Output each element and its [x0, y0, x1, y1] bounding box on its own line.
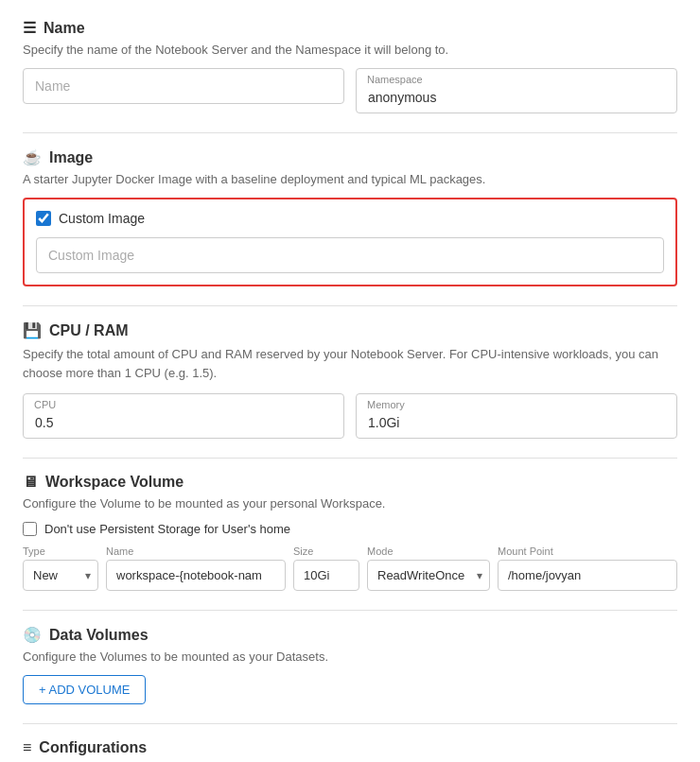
cpu-field-group: CPU	[23, 393, 344, 439]
ws-type-select-wrapper: New Existing	[23, 560, 98, 591]
ws-mode-select-wrapper: ReadWriteOnce ReadWriteMany ReadOnlyMany	[367, 560, 490, 591]
ws-mount-field: Mount Point	[498, 546, 677, 591]
name-section-desc: Specify the name of the Notebook Server …	[23, 43, 677, 57]
ws-type-select[interactable]: New Existing	[23, 560, 98, 591]
image-section-desc: A starter Jupyter Docker Image with a ba…	[23, 172, 677, 186]
workspace-icon: 🖥	[23, 474, 38, 491]
memory-input[interactable]	[356, 393, 677, 439]
name-input[interactable]	[23, 68, 344, 104]
ws-mode-field: Mode ReadWriteOnce ReadWriteMany ReadOnl…	[367, 546, 490, 591]
ws-name-label: Name	[106, 546, 286, 557]
divider-1	[23, 132, 677, 133]
workspace-volume-section: 🖥 Workspace Volume Configure the Volume …	[23, 474, 677, 591]
dont-use-storage-row: Don't use Persistent Storage for User's …	[23, 522, 677, 536]
custom-image-box: Custom Image	[23, 198, 677, 286]
add-volume-label: + ADD VOLUME	[39, 683, 130, 697]
namespace-input[interactable]	[356, 68, 677, 113]
ws-mode-select[interactable]: ReadWriteOnce ReadWriteMany ReadOnlyMany	[367, 560, 490, 591]
workspace-section-desc: Configure the Volume to be mounted as yo…	[23, 496, 677, 511]
custom-image-checkbox[interactable]	[36, 211, 51, 226]
data-volumes-icon: 💿	[23, 626, 42, 644]
workspace-section-title: 🖥 Workspace Volume	[23, 474, 677, 491]
configurations-title: ≡ Configurations	[23, 739, 677, 756]
cpu-ram-section: 💾 CPU / RAM Specify the total amount of …	[23, 321, 677, 439]
image-icon: ☕	[23, 148, 42, 166]
configurations-icon: ≡	[23, 739, 31, 756]
dont-use-storage-label[interactable]: Don't use Persistent Storage for User's …	[44, 522, 290, 536]
cpu-input[interactable]	[23, 393, 344, 439]
ws-type-label: Type	[23, 546, 98, 557]
ws-type-field: Type New Existing	[23, 546, 98, 591]
ws-name-input[interactable]	[106, 560, 286, 591]
configurations-section: ≡ Configurations	[23, 739, 677, 756]
image-section-title: ☕ Image	[23, 148, 677, 166]
ws-size-field: Size	[293, 546, 359, 591]
name-row: Namespace	[23, 68, 677, 113]
namespace-field-group: Namespace	[356, 68, 677, 113]
divider-5	[23, 723, 677, 724]
cpu-ram-row: CPU Memory	[23, 393, 677, 439]
cpu-ram-section-title: 💾 CPU / RAM	[23, 321, 677, 339]
data-volumes-title: 💿 Data Volumes	[23, 626, 677, 644]
cpu-ram-desc: Specify the total amount of CPU and RAM …	[23, 345, 677, 382]
divider-3	[23, 458, 677, 459]
cpu-icon: 💾	[23, 321, 42, 339]
name-field-group	[23, 68, 344, 113]
ws-mount-label: Mount Point	[498, 546, 677, 557]
name-icon: ☰	[23, 19, 36, 37]
name-section-title: ☰ Name	[23, 19, 677, 37]
ws-mode-label: Mode	[367, 546, 490, 557]
data-volumes-desc: Configure the Volumes to be mounted as y…	[23, 649, 677, 664]
workspace-fields-row: Type New Existing Name Size Mode ReadWri…	[23, 546, 677, 591]
add-volume-button[interactable]: + ADD VOLUME	[23, 675, 146, 704]
ws-size-label: Size	[293, 546, 359, 557]
name-section: ☰ Name Specify the name of the Notebook …	[23, 19, 677, 113]
ws-mount-input[interactable]	[498, 560, 677, 591]
memory-field-group: Memory	[356, 393, 677, 439]
ws-size-input[interactable]	[293, 560, 359, 591]
dont-use-storage-checkbox[interactable]	[23, 522, 37, 536]
ws-name-field: Name	[106, 546, 286, 591]
custom-image-input[interactable]	[36, 237, 664, 273]
image-section: ☕ Image A starter Jupyter Docker Image w…	[23, 148, 677, 286]
divider-2	[23, 305, 677, 306]
data-volumes-section: 💿 Data Volumes Configure the Volumes to …	[23, 626, 677, 704]
custom-image-checkbox-row: Custom Image	[36, 211, 664, 226]
divider-4	[23, 610, 677, 611]
custom-image-label[interactable]: Custom Image	[59, 211, 145, 226]
